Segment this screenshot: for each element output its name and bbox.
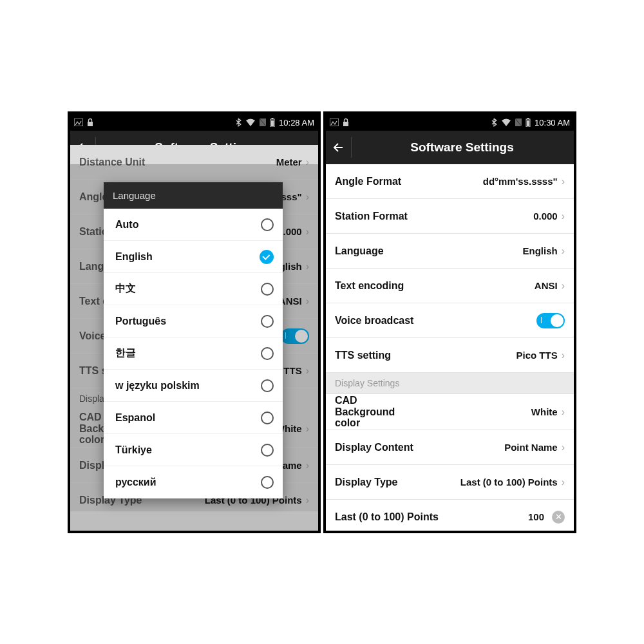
- svg-rect-12: [527, 118, 529, 119]
- radio-icon: [261, 347, 274, 360]
- row-text-encoding[interactable]: Text encoding ANSI›: [326, 269, 574, 303]
- chevron-right-icon: ›: [562, 406, 565, 418]
- value: Last (0 to 100) Points: [460, 477, 558, 488]
- gallery-icon: [74, 118, 83, 126]
- radio-icon: [261, 444, 274, 457]
- row-tts-setting[interactable]: TTS setting Pico TTS›: [326, 338, 574, 373]
- status-bar: 10:28 AM: [70, 114, 318, 131]
- svg-rect-7: [330, 118, 339, 126]
- section-header-display: Display Settings: [326, 373, 574, 394]
- svg-rect-1: [88, 122, 93, 126]
- sim-icon: [260, 118, 266, 126]
- value: Pico TTS: [516, 350, 557, 361]
- label: Language: [335, 245, 384, 257]
- option-label: Português: [115, 316, 166, 327]
- svg-rect-8: [343, 122, 348, 126]
- value: dd°mm'ss.ssss": [483, 176, 558, 187]
- value: Point Name: [504, 442, 558, 453]
- language-option[interactable]: Espanol: [104, 402, 283, 434]
- language-option[interactable]: Türkiye: [104, 434, 283, 466]
- gallery-icon: [330, 118, 339, 126]
- row-station-format[interactable]: Station Format 0.000›: [326, 199, 574, 234]
- battery-icon: [526, 118, 531, 127]
- dialog-title: Language: [104, 182, 283, 209]
- value: English: [523, 245, 558, 256]
- label: TTS setting: [335, 350, 391, 361]
- svg-rect-0: [74, 118, 83, 126]
- radio-icon: [261, 283, 274, 296]
- language-option[interactable]: w języku polskim: [104, 370, 283, 402]
- value: 0.000: [533, 211, 558, 222]
- option-label: 한글: [115, 346, 136, 360]
- chevron-right-icon: ›: [562, 245, 565, 257]
- toggle-switch[interactable]: |: [536, 313, 565, 328]
- option-label: Auto: [115, 219, 138, 231]
- language-option[interactable]: Auto: [104, 209, 283, 241]
- language-dialog: Language Auto English 中文 Português 한글: [104, 182, 283, 498]
- back-button[interactable]: [331, 137, 352, 158]
- label: Voice broadcast: [335, 315, 413, 327]
- svg-rect-6: [271, 120, 274, 126]
- option-label: 中文: [115, 282, 136, 296]
- language-option[interactable]: English: [104, 241, 283, 273]
- row-cad-bg[interactable]: CAD Background color White›: [326, 394, 574, 430]
- chevron-right-icon: ›: [562, 442, 565, 453]
- radio-icon: [261, 476, 274, 489]
- chevron-right-icon: ›: [562, 350, 565, 361]
- option-label: Espanol: [115, 412, 155, 424]
- phone-left: 10:28 AM Software Settings Distance Unit…: [68, 111, 321, 533]
- lock-icon: [87, 118, 93, 127]
- phone-right: 10:30 AM Software Settings Angle Format …: [323, 111, 576, 533]
- label: Station Format: [335, 211, 408, 222]
- label: Display Content: [335, 442, 413, 453]
- label: Display Type: [335, 477, 398, 488]
- value: ANSI: [535, 280, 558, 291]
- radio-icon: [261, 379, 274, 392]
- radio-selected-icon: [260, 250, 274, 264]
- option-label: русский: [115, 477, 156, 488]
- svg-rect-13: [527, 120, 529, 126]
- label: Last (0 to 100) Points: [335, 511, 439, 523]
- language-option[interactable]: Português: [104, 305, 283, 337]
- value: White: [531, 406, 558, 417]
- battery-icon: [270, 118, 275, 127]
- chevron-right-icon: ›: [562, 176, 565, 187]
- radio-icon: [261, 315, 274, 328]
- chevron-right-icon: ›: [562, 477, 565, 488]
- page-title: Software Settings: [410, 140, 513, 155]
- bluetooth-icon: [491, 118, 497, 127]
- wifi-icon: [245, 118, 256, 126]
- option-label: English: [115, 251, 153, 263]
- language-option[interactable]: 한글: [104, 337, 283, 370]
- status-bar: 10:30 AM: [326, 114, 574, 131]
- lock-icon: [343, 118, 349, 127]
- radio-icon: [261, 412, 274, 424]
- app-bar: Software Settings: [326, 131, 574, 164]
- radio-icon: [261, 218, 274, 231]
- wifi-icon: [501, 118, 511, 126]
- label: Text encoding: [335, 280, 404, 292]
- row-last-points[interactable]: Last (0 to 100) Points 100 ✕: [326, 500, 574, 531]
- chevron-right-icon: ›: [562, 211, 565, 222]
- row-angle-format[interactable]: Angle Format dd°mm'ss.ssss"›: [326, 164, 574, 199]
- row-display-type[interactable]: Display Type Last (0 to 100) Points›: [326, 465, 574, 500]
- settings-list: Angle Format dd°mm'ss.ssss"› Station For…: [326, 164, 574, 531]
- sim-icon: [515, 118, 522, 126]
- option-label: Türkiye: [115, 444, 152, 456]
- status-time: 10:30 AM: [535, 118, 570, 128]
- svg-rect-5: [272, 118, 274, 119]
- row-voice-broadcast[interactable]: Voice broadcast |: [326, 303, 574, 338]
- language-option[interactable]: 中文: [104, 273, 283, 305]
- bluetooth-icon: [236, 118, 242, 127]
- back-arrow-icon: [332, 140, 346, 155]
- status-time: 10:28 AM: [279, 118, 314, 128]
- row-language[interactable]: Language English›: [326, 234, 574, 269]
- chevron-right-icon: ›: [562, 280, 565, 292]
- label: Angle Format: [335, 176, 401, 187]
- language-option[interactable]: русский: [104, 466, 283, 498]
- row-display-content[interactable]: Display Content Point Name›: [326, 430, 574, 465]
- label: CAD Background color: [335, 395, 412, 429]
- value: 100: [528, 511, 544, 522]
- option-label: w języku polskim: [115, 380, 200, 392]
- clear-icon[interactable]: ✕: [552, 511, 565, 524]
